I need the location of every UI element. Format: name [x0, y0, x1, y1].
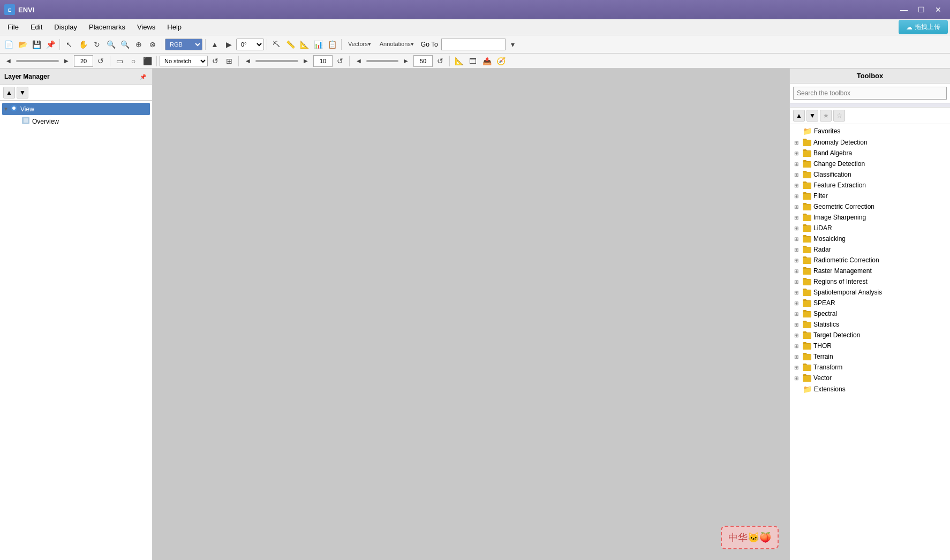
toolbox-item[interactable]: ⊞Radiometric Correction	[790, 255, 950, 266]
tb-star1[interactable]: ★	[820, 110, 832, 122]
menu-placemarks[interactable]: Placemarks	[84, 21, 131, 33]
toolbox-item[interactable]: ⊞Target Detection	[790, 330, 950, 340]
menu-display[interactable]: Display	[49, 21, 82, 33]
toolbox-item[interactable]: ⊞Statistics	[790, 319, 950, 330]
expand-icon[interactable]: ⊞	[794, 215, 802, 221]
nav-up-button[interactable]: ▲	[208, 38, 221, 51]
export-tool[interactable]: 📤	[480, 55, 493, 67]
lm-down-button[interactable]: ▼	[17, 87, 28, 99]
pan-button[interactable]: ✋	[77, 38, 89, 51]
menu-views[interactable]: Views	[132, 21, 161, 33]
toolbox-item[interactable]: ⊞Change Detection	[790, 158, 950, 169]
zoom-slider1[interactable]	[16, 60, 59, 62]
toolbox-item[interactable]: ⊞Band Algebra	[790, 148, 950, 158]
tool2-button[interactable]: 📏	[284, 38, 297, 51]
toolbox-item[interactable]: 📁Favorites	[790, 125, 950, 137]
expand-icon[interactable]: ⊞	[794, 322, 802, 328]
new-button[interactable]: 📄	[2, 38, 15, 51]
layer-manager-pin[interactable]: 📌	[138, 72, 148, 81]
tool4-button[interactable]: 📊	[312, 38, 325, 51]
toolbox-item[interactable]: ⊞Image Sharpening	[790, 212, 950, 223]
sharpen-value[interactable]	[413, 55, 433, 67]
opacity-right[interactable]: ▶	[299, 55, 312, 67]
menu-edit[interactable]: Edit	[25, 21, 48, 33]
canvas-area[interactable]: 中华🐱🍑	[153, 69, 789, 560]
toolbox-item[interactable]: ⊞Geometric Correction	[790, 201, 950, 212]
overlay-tool[interactable]: 🗖	[466, 55, 479, 67]
band-select[interactable]: RGB	[165, 39, 202, 50]
stretch-select[interactable]: No stretch Linear Gaussian Equalization	[160, 56, 208, 66]
expand-icon[interactable]: ⊞	[794, 300, 802, 306]
tb-nav-down[interactable]: ▼	[806, 110, 818, 122]
fill-tool[interactable]: ⬛	[141, 55, 154, 67]
toolbox-item[interactable]: ⊞Spatiotemporal Analysis	[790, 287, 950, 298]
toolbox-item[interactable]: ⊞LiDAR	[790, 223, 950, 233]
zoom-left1[interactable]: ◀	[2, 55, 15, 67]
tree-item-overview[interactable]: Overview	[2, 115, 150, 127]
zoom-value1[interactable]	[74, 55, 93, 67]
toolbox-item[interactable]: ⊞Raster Management	[790, 266, 950, 276]
expand-icon[interactable]: ⊞	[794, 332, 802, 338]
rotation-select[interactable]: 0° 90° 180° 270°	[236, 39, 264, 50]
minimize-button[interactable]: —	[896, 4, 911, 16]
toolbox-item[interactable]: ⊞Radar	[790, 244, 950, 255]
close-button[interactable]: ✕	[931, 4, 946, 16]
expand-icon[interactable]: ⊞	[794, 279, 802, 285]
expand-icon[interactable]: ⊞	[794, 290, 802, 296]
expand-icon[interactable]: ⊞	[794, 204, 802, 210]
lm-up-button[interactable]: ▲	[3, 87, 15, 99]
toolbox-item[interactable]: 📁Extensions	[790, 383, 950, 395]
annotations-button[interactable]: Annotations▾	[376, 38, 418, 51]
goto-dropdown-button[interactable]: ▾	[507, 38, 519, 51]
expand-icon[interactable]: ⊞	[794, 375, 802, 381]
zoom-fit-button[interactable]: ⊕	[132, 38, 145, 51]
nav-tool[interactable]: 🧭	[494, 55, 507, 67]
tool1-button[interactable]: ⛏	[270, 38, 283, 51]
menu-file[interactable]: File	[2, 21, 24, 33]
maximize-button[interactable]: ☐	[914, 4, 929, 16]
refresh1[interactable]: ↺	[94, 55, 107, 67]
toolbox-item[interactable]: ⊞Terrain	[790, 351, 950, 362]
select-button[interactable]: ↖	[63, 38, 76, 51]
toolbox-item[interactable]: ⊞Transform	[790, 362, 950, 373]
rotate-button[interactable]: ↻	[91, 38, 103, 51]
expand-icon[interactable]: ⊞	[794, 365, 802, 370]
toolbox-item[interactable]: ⊞Feature Extraction	[790, 180, 950, 191]
vectors-button[interactable]: Vectors▾	[344, 38, 375, 51]
opacity-value[interactable]	[313, 55, 333, 67]
pin-button[interactable]: 📌	[44, 38, 57, 51]
sharpen-left[interactable]: ◀	[352, 55, 365, 67]
toolbox-item[interactable]: ⊞SPEAR	[790, 298, 950, 308]
tool3-button[interactable]: 📐	[298, 38, 311, 51]
upload-button[interactable]: ☁ 拖拽上传	[899, 20, 948, 34]
toolbox-item[interactable]: ⊞Vector	[790, 373, 950, 383]
expand-icon[interactable]: ⊞	[794, 172, 802, 178]
tb-nav-up[interactable]: ▲	[793, 110, 805, 122]
toolbox-item[interactable]: ⊞Classification	[790, 169, 950, 180]
expand-icon[interactable]: ⊞	[794, 258, 802, 263]
nav-right-button[interactable]: ▶	[222, 38, 235, 51]
refresh3[interactable]: ↺	[334, 55, 346, 67]
expand-icon[interactable]: ⊞	[794, 150, 802, 156]
zoom-right1[interactable]: ▶	[60, 55, 73, 67]
menu-help[interactable]: Help	[162, 21, 187, 33]
zoom-out-button[interactable]: 🔍	[118, 38, 131, 51]
tool5-button[interactable]: 📋	[326, 38, 338, 51]
toolbox-search-input[interactable]	[793, 87, 947, 100]
toolbox-item[interactable]: ⊞Filter	[790, 191, 950, 201]
save-button[interactable]: 💾	[30, 38, 43, 51]
open-button[interactable]: 📂	[16, 38, 29, 51]
tb-star2[interactable]: ☆	[833, 110, 845, 122]
toolbox-item[interactable]: ⊞Regions of Interest	[790, 276, 950, 287]
toolbox-item[interactable]: ⊞Spectral	[790, 308, 950, 319]
tree-item-view[interactable]: ▼ View	[2, 103, 150, 115]
goto-input[interactable]	[441, 39, 506, 50]
expand-icon[interactable]: ⊞	[794, 161, 802, 167]
sharpen-right[interactable]: ▶	[399, 55, 412, 67]
expand-icon[interactable]: ⊞	[794, 236, 802, 242]
sharpen-slider[interactable]	[366, 60, 398, 62]
circle-tool[interactable]: ○	[127, 55, 140, 67]
expand-icon[interactable]: ⊞	[794, 354, 802, 360]
zoom-in-button[interactable]: 🔍	[104, 38, 117, 51]
rect-tool[interactable]: ▭	[113, 55, 126, 67]
